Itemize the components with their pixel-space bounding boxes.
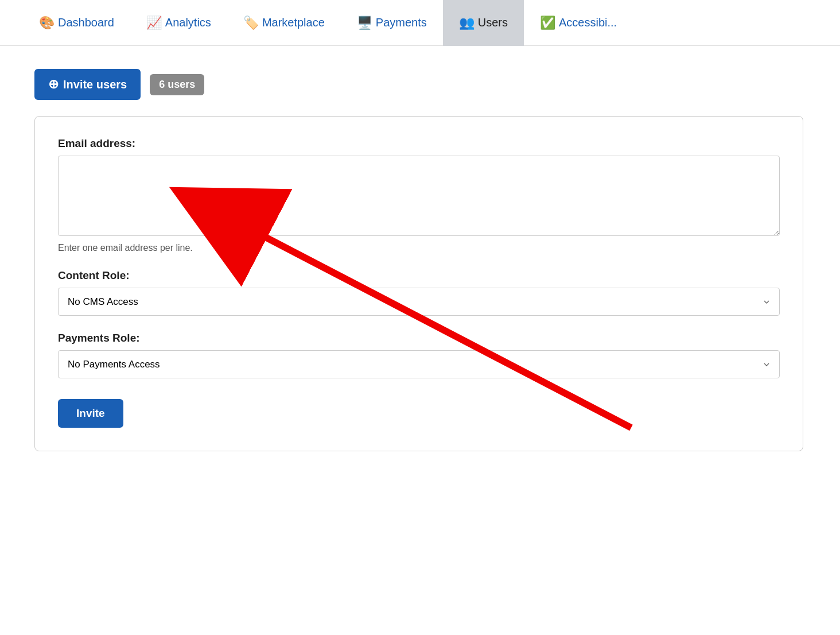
dashboard-icon: 🎨 bbox=[39, 16, 55, 30]
payments-role-select[interactable]: No Payments Access Viewer Manager Admin bbox=[58, 350, 780, 378]
users-icon: 👥 bbox=[459, 16, 475, 30]
invite-button[interactable]: Invite bbox=[58, 399, 123, 428]
nav-bar: 🎨 Dashboard 📈 Analytics 🏷️ Marketplace 🖥… bbox=[0, 0, 840, 46]
toolbar-row: ⊕ Invite users 6 users bbox=[34, 69, 806, 100]
nav-label-analytics: Analytics bbox=[165, 16, 211, 29]
nav-item-analytics[interactable]: 📈 Analytics bbox=[130, 0, 227, 46]
content-role-select[interactable]: No CMS Access Viewer Editor Admin bbox=[58, 288, 780, 316]
main-content: ⊕ Invite users 6 users Email address: En… bbox=[0, 46, 840, 474]
accessibility-icon: ✅ bbox=[540, 16, 555, 30]
email-field-group: Email address: Enter one email address p… bbox=[58, 137, 780, 253]
nav-label-users: Users bbox=[478, 16, 508, 29]
email-hint: Enter one email address per line. bbox=[58, 243, 780, 253]
nav-label-dashboard: Dashboard bbox=[58, 16, 114, 29]
email-textarea[interactable] bbox=[58, 156, 780, 236]
marketplace-icon: 🏷️ bbox=[243, 16, 259, 30]
analytics-icon: 📈 bbox=[146, 16, 162, 30]
nav-label-marketplace: Marketplace bbox=[262, 16, 325, 29]
content-role-field-group: Content Role: No CMS Access Viewer Edito… bbox=[58, 269, 780, 316]
nav-item-marketplace[interactable]: 🏷️ Marketplace bbox=[227, 0, 341, 46]
users-count-badge: 6 users bbox=[150, 74, 204, 95]
nav-label-accessibility: Accessibi... bbox=[559, 16, 617, 29]
invite-button-label: Invite bbox=[76, 407, 105, 419]
nav-label-payments: Payments bbox=[376, 16, 427, 29]
email-label: Email address: bbox=[58, 137, 780, 150]
content-role-label: Content Role: bbox=[58, 269, 780, 282]
payments-role-field-group: Payments Role: No Payments Access Viewer… bbox=[58, 332, 780, 378]
invite-form-panel: Email address: Enter one email address p… bbox=[34, 116, 803, 451]
nav-item-accessibility[interactable]: ✅ Accessibi... bbox=[524, 0, 633, 46]
payments-role-label: Payments Role: bbox=[58, 332, 780, 344]
invite-users-button[interactable]: ⊕ Invite users bbox=[34, 69, 141, 100]
nav-item-dashboard[interactable]: 🎨 Dashboard bbox=[23, 0, 130, 46]
plus-icon: ⊕ bbox=[48, 77, 59, 92]
payments-icon: 🖥️ bbox=[357, 16, 372, 30]
nav-item-users[interactable]: 👥 Users bbox=[443, 0, 524, 46]
nav-item-payments[interactable]: 🖥️ Payments bbox=[341, 0, 443, 46]
invite-users-label: Invite users bbox=[63, 78, 127, 91]
